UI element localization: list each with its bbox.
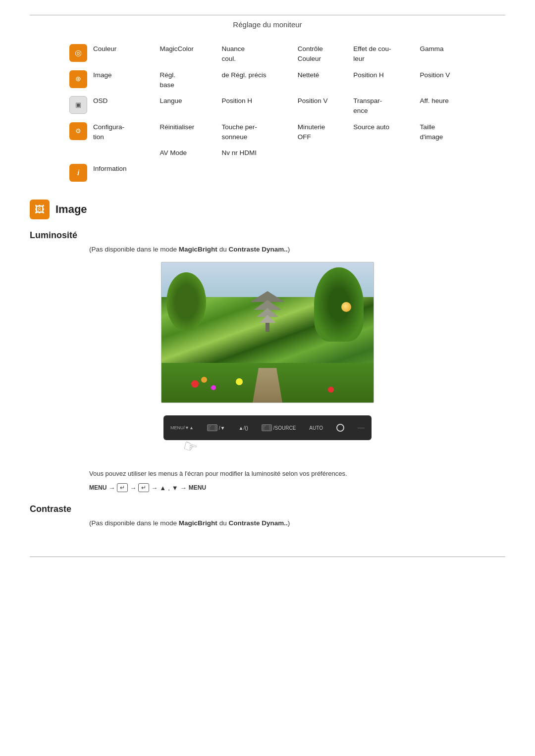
nav-button-2: ▲/() [238,425,248,431]
nav-avmode-item2: Nv nr HDMI [217,145,293,161]
page-title: Réglage du moniteur [30,20,505,29]
nav-avmode-item1: AV Mode [155,145,216,161]
auto-button: AUTO [309,425,323,431]
image-label: Image [93,70,112,80]
nav-row-image: ⊕ Image Régl.base de Régl. précis Nettet… [64,67,471,94]
contraste-note-bold1: MagicBright [179,519,217,527]
nav-osd-item1: Langue [155,93,216,119]
formula-box1: ↵ [117,483,128,492]
nav-image-item1: Régl.base [155,67,216,94]
config-label: Configura-tion [93,122,124,143]
source-button: ⬛ /SOURCE [262,424,296,431]
nav-image-icon-cell: ⊕ Image [64,67,155,94]
nav-couleur-icon-cell: ◎ Couleur [64,41,155,67]
nav-couleur-item5: Gamma [415,41,471,67]
formula-arrow2: → [130,484,136,492]
formula-arrow4: → [180,484,187,492]
nav-config-item1: Réinitialiser [155,119,216,146]
osd-label: OSD [93,96,107,106]
menu-button: MENU/▼▲ [170,425,194,430]
info-icon: i [69,164,87,182]
nav-osd-item2: Position H [217,93,293,119]
luminosite-menu-formula: MENU → ↵ → ↵ → ▲ , ▼ → MENU [89,483,505,492]
nav-row-config: ⚙ Configura-tion Réinitialiser Touche pe… [64,119,471,146]
image-section-heading: 🖼 Image [30,200,505,219]
formula-arrow1: → [108,484,115,492]
nav-config-item3: MinuterieOFF [293,119,349,146]
power-button [336,424,344,432]
nav-config-item5: Tailled'image [415,119,471,146]
nav-osd-item5: Aff. heure [415,93,471,119]
formula-menu: MENU [89,484,107,491]
nav-couleur-item2: Nuancecoul. [217,41,293,67]
nav-row-osd: ▣ OSD Langue Position H Position V Trans… [64,93,471,119]
nav-image-item5: Position V [415,67,471,94]
contraste-heading: Contraste [30,504,505,514]
nav-config-item2: Touche per-sonneue [217,119,293,146]
info-label: Information [93,164,127,174]
nav-couleur-item3: ContrôleCouleur [293,41,349,67]
luminosite-note: (Pas disponible dans le mode MagicBright… [89,246,505,253]
couleur-label: Couleur [93,44,116,54]
couleur-icon: ◎ [69,44,87,62]
nav-info-icon-cell: i Information [64,161,471,185]
image-section-title: Image [55,203,87,216]
luminosite-note-container: (Pas disponible dans le mode MagicBright… [30,246,505,253]
image-icon: ⊕ [69,70,87,88]
luminosite-description: Vous pouvez utiliser les menus à l'écran… [89,470,505,477]
config-icon: ⚙ [69,122,87,140]
nav-config-item4: Source auto [348,119,415,146]
nav-osd-item4: Transpar-ence [348,93,415,119]
nav-osd-icon-cell: ▣ OSD [64,93,155,119]
nav-avmode-spacer [64,145,155,161]
luminosite-note-bold1: MagicBright [179,246,217,253]
formula-box2: ↵ [138,483,149,492]
contraste-note-container: (Pas disponible dans le mode MagicBright… [30,519,505,527]
image-section-icon: 🖼 [30,200,50,219]
osd-icon: ▣ [69,96,87,114]
luminosite-note-bold2: Contraste Dynam.. [228,246,287,253]
nav-config-icon-cell: ⚙ Configura-tion [64,119,155,146]
garden-image [161,262,374,403]
formula-menu2: MENU [189,484,206,491]
nav-osd-item3: Position V [293,93,349,119]
page-container: Réglage du moniteur ◎ Couleur MagicColor… [0,0,535,587]
nav-row-info: i Information [64,161,471,185]
formula-up: ▲ [160,484,166,492]
nav-image-item2: de Régl. précis [217,67,293,94]
formula-comma: , [168,484,170,492]
power-icon [336,424,344,432]
luminosite-heading: Luminosité [30,230,505,241]
formula-arrow3: → [151,484,158,492]
top-divider [30,15,505,15]
contraste-note-bold2: Contraste Dynam.. [228,519,287,527]
nav-row-avmode: AV Mode Nv nr HDMI [64,145,471,161]
nav-image-item3: Netteté [293,67,349,94]
nav-button-1: ⬛ /▼ [207,424,225,431]
monitor-controls-bar: MENU/▼▲ ⬛ /▼ ▲/() ⬛ /SOURCE AUTO — [163,415,372,440]
nav-couleur-item4: Effet de cou-leur [348,41,415,67]
nav-row-couleur: ◎ Couleur MagicColor Nuancecoul. Contrôl… [64,41,471,67]
nav-image-item4: Position H [348,67,415,94]
formula-down: ▼ [172,484,178,492]
nav-table: ◎ Couleur MagicColor Nuancecoul. Contrôl… [64,41,471,185]
contraste-note: (Pas disponible dans le mode MagicBright… [89,519,505,527]
bottom-divider [30,556,505,557]
nav-couleur-item1: MagicColor [155,41,216,67]
